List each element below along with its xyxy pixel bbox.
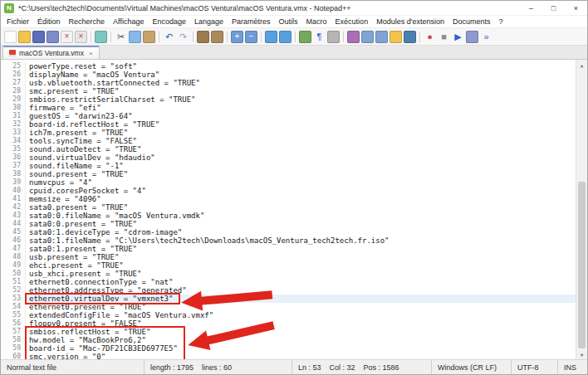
code-line-36[interactable]: 36sound.virtualDev = "hdaudio": [1, 153, 576, 162]
save-all-icon[interactable]: [47, 31, 59, 43]
folder-workspace-icon[interactable]: [390, 31, 402, 43]
scroll-thumb[interactable]: [578, 182, 586, 348]
find-icon[interactable]: [197, 31, 209, 43]
code-line-32[interactable]: 32board-id.reflectHost = "TRUE": [1, 120, 576, 129]
word-wrap-icon[interactable]: [299, 31, 311, 43]
minimize-button[interactable]: –: [520, 1, 542, 15]
code-line-60[interactable]: 60smc.version = "0": [1, 353, 576, 359]
status-eol-format[interactable]: Windows (CR LF): [431, 360, 511, 374]
line-number: 57: [1, 328, 26, 336]
menu-item-macro[interactable]: Macro: [302, 16, 331, 27]
save-icon[interactable]: [32, 31, 45, 43]
line-text: numvcpus = "4": [26, 178, 576, 187]
show-all-characters-icon[interactable]: ¶: [313, 31, 326, 43]
tab-macos-ventura-vmx[interactable]: macOS Ventura.vmx ×: [2, 46, 100, 59]
code-line-44[interactable]: 44sata0:0.present = "TRUE": [1, 220, 576, 228]
code-line-30[interactable]: 30firmware = "efi": [1, 104, 576, 112]
code-area[interactable]: 25powerType.reset = "soft"26displayName …: [1, 60, 576, 359]
menu-item-langage[interactable]: Langage: [190, 16, 228, 27]
close-all-icon[interactable]: ×: [75, 31, 87, 43]
monitoring-icon[interactable]: [404, 31, 416, 43]
print-icon[interactable]: [95, 31, 107, 43]
code-line-49[interactable]: 49ehci.present = "TRUE": [1, 261, 576, 270]
tab-label: macOS Ventura.vmx: [19, 49, 84, 57]
code-line-34[interactable]: 34tools.syncTime = "FALSE": [1, 137, 576, 145]
status-encoding[interactable]: UTF-8: [511, 360, 557, 374]
code-line-56[interactable]: 56floppy0.present = "FALSE": [1, 319, 576, 328]
code-line-37[interactable]: 37sound.fileName = "-1": [1, 162, 576, 170]
user-language-icon[interactable]: [347, 31, 360, 43]
code-line-28[interactable]: 28smc.present = "TRUE": [1, 87, 576, 95]
open-file-icon[interactable]: [18, 31, 31, 43]
code-line-40[interactable]: 40cpuid.coresPerSocket = "4": [1, 187, 576, 195]
code-line-55[interactable]: 55extendedConfigFile = "macOS Ventura.vm…: [1, 311, 576, 319]
code-line-59[interactable]: 59board-id = "Mac-7DF21CB3ED6977E5": [1, 344, 576, 353]
code-line-47[interactable]: 47sata0:1.present = "TRUE": [1, 245, 576, 253]
maximize-button[interactable]: □: [542, 1, 565, 15]
code-line-50[interactable]: 50usb_xhci.present = "TRUE": [1, 270, 576, 278]
editor[interactable]: 25powerType.reset = "soft"26displayName …: [1, 60, 587, 359]
code-line-46[interactable]: 46sata0:1.fileName = "C:\Users\tech2tech…: [1, 236, 576, 245]
cut-icon[interactable]: ✂: [115, 31, 127, 43]
zoom-out-icon[interactable]: −: [245, 31, 257, 43]
indent-guide-icon[interactable]: [327, 31, 340, 43]
code-line-29[interactable]: 29smbios.restrictSerialCharset = "TRUE": [1, 95, 576, 104]
menu-item-encodage[interactable]: Encodage: [148, 16, 190, 27]
redo-icon[interactable]: ↷: [177, 31, 189, 43]
close-button[interactable]: ×: [565, 1, 587, 15]
code-line-41[interactable]: 41memsize = "4096": [1, 195, 576, 203]
status-insert-mode[interactable]: INS: [557, 360, 587, 374]
menu-item-outils[interactable]: Outils: [275, 16, 302, 27]
zoom-in-icon[interactable]: +: [231, 31, 243, 43]
menu-item-documents[interactable]: Documents: [448, 16, 495, 27]
line-number: 28: [1, 87, 26, 95]
tab-close-icon[interactable]: ×: [89, 50, 93, 57]
code-line-38[interactable]: 38sound.present = "TRUE": [1, 170, 576, 178]
sync-horizontal-icon[interactable]: [279, 31, 292, 43]
code-line-39[interactable]: 39numvcpus = "4": [1, 178, 576, 187]
code-line-45[interactable]: 45sata0:1.deviceType = "cdrom-image": [1, 228, 576, 236]
menu-item-edition[interactable]: Édition: [33, 16, 65, 27]
paste-icon[interactable]: [143, 31, 155, 43]
copy-icon[interactable]: [129, 31, 141, 43]
code-line-51[interactable]: 51ethernet0.connectionType = "nat": [1, 278, 576, 286]
record-macro-icon[interactable]: ●: [424, 31, 436, 43]
menu-item-recherche[interactable]: Recherche: [65, 16, 110, 27]
scroll-down-icon[interactable]: ▼: [576, 349, 587, 359]
code-line-31[interactable]: 31guestOS = "darwin23-64": [1, 112, 576, 120]
stop-macro-icon[interactable]: ■: [438, 31, 450, 43]
code-line-53[interactable]: 53ethernet0.virtualDev = "vmxnet3": [1, 295, 576, 303]
line-text: board-id = "Mac-7DF21CB3ED6977E5": [26, 344, 576, 353]
document-map-icon[interactable]: [361, 31, 374, 43]
code-line-43[interactable]: 43sata0:0.fileName = "macOS Ventura.vmdk…: [1, 212, 576, 220]
vertical-scrollbar[interactable]: ▲ ▼: [576, 60, 587, 359]
code-line-25[interactable]: 25powerType.reset = "soft": [1, 62, 576, 71]
code-line-48[interactable]: 48usb.present = "TRUE": [1, 253, 576, 261]
code-line-33[interactable]: 33ich7m.present = "TRUE": [1, 129, 576, 137]
menu-item-affichage[interactable]: Affichage: [109, 16, 148, 27]
menu-item-fichier[interactable]: Fichier: [2, 16, 33, 27]
close-file-icon[interactable]: ×: [61, 31, 73, 43]
menu-item-modulesdextension[interactable]: Modules d'extension: [372, 16, 448, 27]
function-list-icon[interactable]: [375, 31, 388, 43]
code-line-52[interactable]: 52ethernet0.addressType = "generated": [1, 286, 576, 295]
play-macro-icon[interactable]: ▶: [452, 31, 464, 43]
scroll-up-icon[interactable]: ▲: [576, 60, 587, 70]
run-macro-multiple-icon[interactable]: »: [480, 31, 492, 43]
code-line-26[interactable]: 26displayName = "macOS Ventura": [1, 71, 576, 79]
code-line-54[interactable]: 54ethernet0.present = "TRUE": [1, 303, 576, 311]
code-line-27[interactable]: 27usb.vbluetooth.startConnected = "TRUE": [1, 79, 576, 87]
menu-item-execution[interactable]: Exécution: [331, 16, 373, 27]
menu-item-parametres[interactable]: Paramètres: [228, 16, 275, 27]
sync-vertical-icon[interactable]: [265, 31, 277, 43]
scroll-track[interactable]: [576, 70, 587, 349]
find-replace-icon[interactable]: [211, 31, 223, 43]
code-line-58[interactable]: 58hw.model = "MacBookPro6,2": [1, 336, 576, 344]
code-line-42[interactable]: 42sata0.present = "TRUE": [1, 203, 576, 212]
menu-item-help[interactable]: ?: [494, 16, 507, 27]
save-macro-icon[interactable]: [466, 31, 478, 43]
code-line-35[interactable]: 35sound.autoDetect = "TRUE": [1, 145, 576, 153]
new-file-icon[interactable]: [4, 31, 17, 43]
undo-icon[interactable]: ↶: [163, 31, 175, 43]
code-line-57[interactable]: 57smbios.reflectHost = "TRUE": [1, 328, 576, 336]
